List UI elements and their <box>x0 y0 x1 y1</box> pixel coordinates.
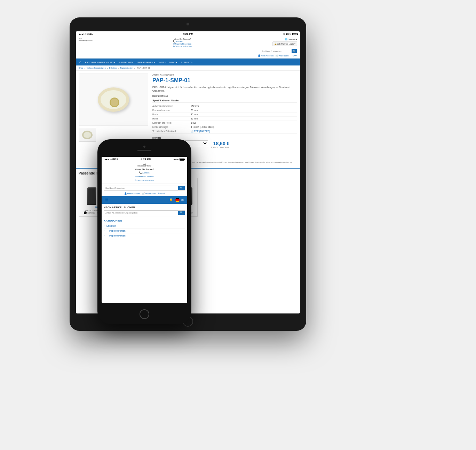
breadcrumb-etiketten[interactable]: Etiketten <box>109 67 117 69</box>
hamburger-menu-icon[interactable]: ☰ <box>105 198 108 202</box>
phone-account-link[interactable]: 👤 Mein Account <box>124 192 140 195</box>
category-item-etiketten[interactable]: Etiketten <box>104 224 185 228</box>
spec-label-1: Außendurchmesser: <box>152 105 191 107</box>
battery-icon <box>292 33 297 35</box>
roll-hole <box>110 98 119 107</box>
phone-status-bar: ●●●○○ BELL 4:21 PM 100% <box>102 157 187 162</box>
price-display: 18,60 € <box>211 141 229 146</box>
product-main-image <box>79 73 148 126</box>
product-title: PAP-1-SMP-01 <box>152 77 297 84</box>
article-search-button[interactable]: 🔍 <box>178 211 185 215</box>
spec-datenblatt: Technisches Datenblatt: 📄 PDF (168.7 KB) <box>152 129 297 134</box>
phone-cart-link[interactable]: 🛒 Warenkorb <box>142 192 156 195</box>
spec-label-7: Technisches Datenblatt: <box>152 130 191 133</box>
phone-carrier: ●●●○○ BELL <box>104 158 119 161</box>
spec-value-6: 4 Rollen (12.000 Stück) <box>191 126 214 128</box>
article-search-title: NACH ARTIKEL SUCHEN <box>104 206 185 209</box>
nav-support[interactable]: SUPPORT ▾ <box>179 61 194 63</box>
product-description: PAP-1-SMP-01 eignet sich für temporäre K… <box>152 86 297 93</box>
article-number: Artikel Nr.: 5556880 <box>152 73 297 76</box>
spec-label-2: Kerndurchmesser: <box>152 109 191 111</box>
product-manufacturer: Hersteller: cab <box>152 95 297 97</box>
spec-aussendurchmesser: Außendurchmesser: 152 mm <box>152 104 297 108</box>
header-right: 🌐 Deutsch ▾ 🔒 cab Partner-Login ▾ <box>272 38 297 46</box>
categories-title: KATEGORIEN <box>104 219 185 222</box>
lock-icon[interactable]: 🔒 <box>169 198 173 202</box>
phone-support-link[interactable]: ⚙ Support anfordern <box>104 179 185 183</box>
phone-time: 4:21 PM <box>141 158 151 161</box>
support-link[interactable]: ⚙ Support anfordern <box>173 45 192 47</box>
price-per-unit: 1,55 € / 1.000 Stück <box>211 146 229 148</box>
phone-logo: cab we identify more <box>104 163 185 167</box>
message-link[interactable]: ✉ Nachricht senden <box>173 42 192 45</box>
breadcrumb-sep1: » <box>84 67 86 69</box>
breadcrumb-verbrauch[interactable]: Verbrauchsmaterialien <box>87 67 106 69</box>
breadcrumb-current: PAP-1-SMP-01 <box>137 67 150 69</box>
scene: ●●●○○ BELL 4:21 PM ✻ 100% cab we identif… <box>0 0 476 450</box>
my-account-link[interactable]: 👤 Mein Account <box>258 54 273 57</box>
tablet-camera <box>187 23 189 25</box>
status-icons: ✻ 100% <box>283 33 297 35</box>
tablet-header: cab we identify more Haben Sie Fragen? 📞… <box>76 37 300 59</box>
phone-account-bar: 👤 Mein Account 🛒 Warenkorb Logout <box>102 192 187 196</box>
spec-label-5: Etiketten pro Rolle: <box>152 122 191 124</box>
language-de-selector[interactable]: DE <box>175 198 184 202</box>
breadcrumb-papier[interactable]: Papieretiketten <box>120 67 133 69</box>
search-button[interactable]: 🔍 <box>292 49 297 53</box>
spec-breite: Breite: 35 mm <box>152 113 297 117</box>
phone-phone-link[interactable]: 📞 Anrufen <box>104 171 185 175</box>
phone-home-button[interactable] <box>140 309 149 319</box>
pdf-download-link[interactable]: 📄 PDF (168.7 KB) <box>191 130 210 132</box>
language-selector[interactable]: 🌐 Deutsch ▾ <box>285 38 297 40</box>
qty-label: Menge: <box>152 137 297 139</box>
breadcrumb-sep4: » <box>134 67 136 69</box>
cab-logo: cab we identify more <box>79 38 92 41</box>
logout-link[interactable]: Logout <box>291 54 297 57</box>
color-dot-1 <box>84 211 87 214</box>
nav-news[interactable]: NEWS ▾ <box>167 61 179 63</box>
category-item-papieretiketten-2[interactable]: Papieretiketten <box>104 233 185 238</box>
specs-title: Spezifikationen / Maße: <box>152 99 297 103</box>
spec-value-5: 3.000 <box>191 122 196 124</box>
phone-search-button[interactable]: 🔍 <box>178 186 185 190</box>
phone-camera <box>143 146 145 148</box>
partner-login[interactable]: 🔒 cab Partner-Login ▾ <box>272 41 297 46</box>
spec-label-6: Mindestmenge: <box>152 126 191 128</box>
phone-logo-tagline: we identify more <box>104 165 185 167</box>
search-box: 🔍 <box>260 49 297 53</box>
phone-speaker <box>137 150 151 151</box>
spec-value-3: 35 mm <box>191 113 198 116</box>
spec-etiketten-pro-rolle: Etiketten pro Rolle: 3.000 <box>152 121 297 125</box>
spec-value-4: 25 mm <box>191 117 198 120</box>
phone-logout-link[interactable]: Logout <box>158 192 165 195</box>
ribbon-core-1 <box>87 187 96 205</box>
phone-status-icons: 100% <box>173 158 184 161</box>
phone-battery-pct: 100% <box>173 158 178 161</box>
de-label: DE <box>181 199 184 201</box>
thumb-roll-graphic <box>82 131 93 139</box>
category-item-papieretiketten-1[interactable]: Papieretiketten <box>104 228 185 233</box>
phone-contact-links: 📞 Anrufen ✉ Nachricht senden ⚙ Support a… <box>104 171 185 182</box>
phone-header: cab we identify more Haben Sie Fragen? 📞… <box>102 162 187 184</box>
spec-hoehe: Höhe: 25 mm <box>152 117 297 121</box>
nav-unternehmen[interactable]: UNTERNEHMEN ▾ <box>135 61 156 63</box>
phone-message-link[interactable]: ✉ Nachricht senden <box>104 175 185 179</box>
logo-tagline: we identify more <box>79 40 92 41</box>
roll-body <box>98 87 129 112</box>
manufacturer-value: cab <box>164 95 168 97</box>
nav-shop[interactable]: SHOP ▾ <box>157 61 168 63</box>
cart-link[interactable]: 🛒 Warenkorb <box>276 54 289 57</box>
article-search-input[interactable] <box>104 211 178 215</box>
phone-search-input[interactable] <box>104 186 178 190</box>
breadcrumb-shop[interactable]: Shop <box>79 67 83 69</box>
spec-label-3: Breite: <box>152 113 191 116</box>
nav-produktkennzeichnung[interactable]: PRODUKTKENNZEICHNUNG ▾ <box>83 61 117 63</box>
breadcrumb-sep2: » <box>107 67 109 69</box>
home-nav-icon[interactable]: ⌂ <box>77 60 83 64</box>
nav-elektronik[interactable]: ELEKTRONIK ▾ <box>117 61 135 63</box>
phone-link[interactable]: 📞 Anrufen <box>173 40 192 42</box>
search-input[interactable] <box>260 49 292 53</box>
manufacturer-label: Hersteller: <box>152 95 164 97</box>
product-thumbnail[interactable] <box>79 128 96 142</box>
time-display: 4:21 PM <box>183 32 193 36</box>
